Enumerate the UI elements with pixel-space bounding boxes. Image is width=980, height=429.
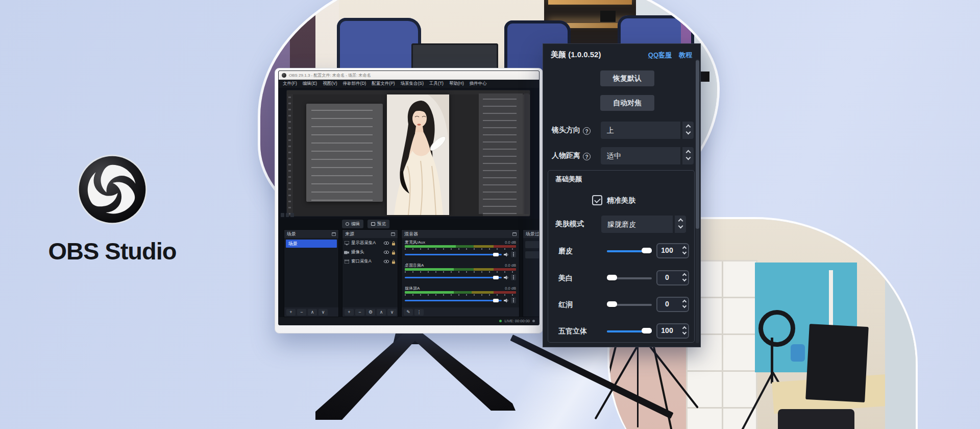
preview-corner-icons bbox=[281, 213, 294, 217]
channel-options-button[interactable] bbox=[511, 297, 516, 303]
smooth-skin-spinbox[interactable]: 100 bbox=[656, 243, 689, 258]
source-down-button[interactable]: ∨ bbox=[387, 309, 397, 316]
facial-3d-slider[interactable] bbox=[607, 329, 652, 333]
rosy-spinbox[interactable]: 0 bbox=[656, 297, 689, 312]
dock-float-icon[interactable] bbox=[391, 232, 395, 236]
volume-slider[interactable] bbox=[405, 300, 502, 301]
volume-slider[interactable] bbox=[405, 277, 502, 278]
lens-direction-spinner[interactable] bbox=[681, 122, 694, 139]
photo-studio-monitor bbox=[805, 324, 869, 402]
speaker-icon[interactable] bbox=[504, 275, 509, 280]
menu-help[interactable]: 帮助(H) bbox=[449, 81, 464, 87]
obs-docks: 场景 场景 + − ∧ ∨ 来源 显示器采集A bbox=[279, 229, 539, 317]
transitions-dock-title: 场景过渡 bbox=[526, 231, 540, 237]
menu-docks[interactable]: 停靠部件(D) bbox=[343, 81, 366, 87]
rosy-slider[interactable] bbox=[607, 303, 652, 307]
scrollbar-thumb[interactable] bbox=[696, 60, 699, 229]
skin-mode-spinner[interactable] bbox=[674, 216, 686, 233]
ps-right-panels bbox=[479, 93, 523, 214]
mixer-edit-button[interactable]: ✎ bbox=[404, 309, 413, 316]
portrait-image bbox=[387, 94, 449, 215]
photo-chair bbox=[778, 409, 854, 429]
monitor-stand-left-leg bbox=[311, 331, 419, 420]
lens-direction-select[interactable]: 上 bbox=[601, 122, 680, 139]
source-up-button[interactable]: ∧ bbox=[377, 309, 386, 316]
volume-db-label: 0.0 dB bbox=[505, 286, 516, 291]
qq-support-link[interactable]: QQ客服 bbox=[648, 51, 672, 60]
facial-3d-spinbox[interactable]: 100 bbox=[656, 323, 689, 339]
menu-edit[interactable]: 编辑(E) bbox=[303, 81, 317, 87]
source-row[interactable]: 摄像头 bbox=[344, 248, 396, 256]
tripod-leg bbox=[637, 343, 639, 427]
obs-menubar: 文件(F) 编辑(E) 视图(V) 停靠部件(D) 配置文件(P) 场景集合(S… bbox=[279, 80, 539, 88]
whitening-label: 美白 bbox=[558, 274, 573, 283]
audio-mixer-dock: 混音器 麦克风/Aux0.0 dB 桌面音频A0.0 dB bbox=[401, 229, 520, 317]
dock-float-icon[interactable] bbox=[332, 232, 336, 236]
preview-chip[interactable]: 预览 bbox=[368, 220, 389, 228]
subject-distance-spinner[interactable] bbox=[681, 147, 694, 164]
mixer-dock-title: 混音器 bbox=[404, 231, 418, 237]
obs-titlebar: OBS 29.1.3 - 配置文件: 未命名 - 场景: 未命名 bbox=[279, 71, 539, 80]
menu-plugin-center[interactable]: 插件中心 bbox=[470, 81, 487, 87]
scene-up-button[interactable]: ∧ bbox=[308, 309, 317, 316]
tutorial-link[interactable]: 教程 bbox=[679, 51, 692, 60]
page: { "logo": { "label": "OBS Studio" }, "mo… bbox=[0, 0, 980, 429]
help-icon[interactable]: ? bbox=[583, 127, 591, 135]
lens-direction-label: 镜头方向 bbox=[552, 126, 580, 134]
source-properties-button[interactable]: ⚙ bbox=[366, 309, 375, 316]
monitor-stand-right-leg bbox=[403, 331, 521, 413]
lock-icon[interactable] bbox=[391, 250, 396, 255]
speaker-icon[interactable] bbox=[504, 252, 509, 257]
remove-source-button[interactable]: − bbox=[355, 309, 364, 316]
whitening-slider[interactable] bbox=[607, 276, 652, 280]
panel-scrollbar[interactable] bbox=[696, 59, 699, 343]
auto-focus-button[interactable]: 自动对焦 bbox=[600, 95, 654, 111]
mixer-channel: 媒体源A0.0 dB bbox=[405, 285, 516, 307]
captured-photoshop-window bbox=[287, 90, 530, 216]
eye-icon[interactable] bbox=[384, 259, 389, 264]
monitor: OBS 29.1.3 - 配置文件: 未命名 - 场景: 未命名 文件(F) 编… bbox=[275, 68, 543, 333]
lock-icon[interactable] bbox=[391, 241, 396, 246]
facial-3d-label: 五官立体 bbox=[558, 327, 587, 336]
menu-file[interactable]: 文件(F) bbox=[283, 81, 297, 87]
restore-defaults-button[interactable]: 恢复默认 bbox=[600, 70, 654, 86]
menu-scene-collection[interactable]: 场景集合(S) bbox=[401, 81, 424, 87]
preview-chips: 编辑 预览 bbox=[342, 220, 389, 228]
source-row[interactable]: 窗口采集A bbox=[344, 257, 396, 266]
obs-preview[interactable] bbox=[279, 88, 539, 219]
volume-slider[interactable] bbox=[405, 254, 502, 255]
menu-view[interactable]: 视图(V) bbox=[323, 81, 337, 87]
sources-dock: 来源 显示器采集A 摄像头 窗口采集A bbox=[342, 229, 398, 317]
source-row[interactable]: 显示器采集A bbox=[344, 239, 396, 247]
menu-tools[interactable]: 工具(T) bbox=[429, 81, 444, 87]
subject-distance-select[interactable]: 适中 bbox=[601, 147, 680, 164]
lock-icon[interactable] bbox=[391, 259, 396, 264]
channel-options-button[interactable] bbox=[511, 251, 516, 257]
add-scene-button[interactable]: + bbox=[286, 309, 296, 316]
smooth-skin-slider[interactable] bbox=[607, 249, 652, 253]
mixer-options-button[interactable]: ⋮ bbox=[414, 309, 424, 316]
volume-db-label: 0.0 dB bbox=[505, 240, 516, 245]
add-source-button[interactable]: + bbox=[345, 309, 354, 316]
channel-options-button[interactable] bbox=[511, 274, 516, 280]
obs-window-title: OBS 29.1.3 - 配置文件: 未命名 - 场景: 未命名 bbox=[289, 73, 371, 78]
window-icon bbox=[344, 259, 349, 264]
smooth-skin-label: 磨皮 bbox=[558, 247, 573, 256]
speaker-icon[interactable] bbox=[504, 298, 509, 303]
dock-float-icon[interactable] bbox=[512, 232, 517, 236]
help-icon[interactable]: ? bbox=[583, 153, 591, 160]
whitening-spinbox[interactable]: 0 bbox=[656, 270, 689, 285]
obs-swirl-icon bbox=[76, 153, 149, 226]
scene-down-button[interactable]: ∨ bbox=[318, 309, 328, 316]
remove-scene-button[interactable]: − bbox=[297, 309, 306, 316]
edit-chip[interactable]: 编辑 bbox=[342, 220, 363, 228]
obs-logo-title: OBS Studio bbox=[28, 237, 197, 265]
eye-icon[interactable] bbox=[384, 250, 389, 255]
scene-item[interactable]: 场景 bbox=[286, 240, 337, 248]
precise-skin-checkbox[interactable] bbox=[592, 195, 602, 205]
skin-mode-select[interactable]: 朦胧磨皮 bbox=[601, 216, 673, 233]
rosy-label: 红润 bbox=[558, 300, 573, 309]
stream-status-dot bbox=[499, 320, 502, 322]
menu-profile[interactable]: 配置文件(P) bbox=[372, 81, 395, 87]
eye-icon[interactable] bbox=[384, 241, 389, 246]
